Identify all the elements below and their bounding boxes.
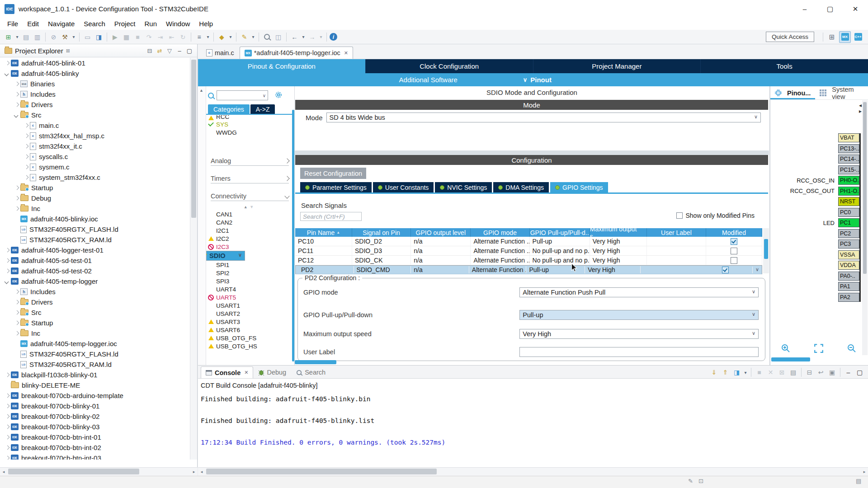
show-on-output-icon[interactable]: ⇑: [720, 367, 731, 378]
column-header-modified[interactable]: Modified: [706, 228, 762, 237]
minimize-view-icon[interactable]: –: [175, 46, 184, 55]
open-console-icon[interactable]: ◨: [731, 367, 742, 378]
link-with-editor-icon[interactable]: ⇄: [155, 46, 165, 55]
writable-indicator-icon[interactable]: ✎: [688, 478, 693, 484]
scroll-right-icon[interactable]: ▸: [861, 468, 868, 475]
explorer-vertical-scrollbar[interactable]: [190, 58, 197, 460]
tree-item-adafruit-f405-blinky[interactable]: IDEadafruit-f405-blinky: [0, 68, 190, 79]
gear-icon[interactable]: [274, 91, 283, 100]
tree-item-breakout-f070cb-blinky-02[interactable]: IDEbreakout-f070cb-blinky-02: [0, 411, 190, 422]
tree-item-inc[interactable]: Inc: [0, 203, 190, 214]
peripheral-search-input[interactable]: ∨: [217, 90, 268, 100]
explorer-horizontal-scrollbar[interactable]: ◂ ▸: [0, 467, 198, 476]
notification-tray-icon[interactable]: ▤: [856, 478, 861, 484]
category-analog[interactable]: Analog: [211, 156, 289, 166]
tree-item-drivers[interactable]: Drivers: [0, 99, 190, 110]
tree-item-startup[interactable]: Startup: [0, 183, 190, 193]
pin-console-icon[interactable]: ▣: [827, 367, 837, 378]
explorer-hscroll-thumb[interactable]: [8, 469, 139, 474]
peripheral-item-usart3[interactable]: USART3: [206, 318, 292, 326]
mode-select[interactable]: SD 4 bits Wide bus: [326, 113, 761, 122]
collapsed-arrow-icon[interactable]: [5, 404, 9, 408]
save-icon[interactable]: ▤: [21, 32, 31, 42]
collapsed-arrow-icon[interactable]: [14, 331, 19, 336]
progress-monitor-icon[interactable]: ⊡: [698, 478, 703, 484]
menu-project[interactable]: Project: [110, 19, 140, 29]
build-icon[interactable]: ⚒: [60, 32, 70, 42]
peripheral-tab-a-z[interactable]: A->Z: [250, 104, 275, 114]
gpio-mode-select[interactable]: Alternate Function Push Pull: [519, 287, 759, 297]
peripheral-item-spi1[interactable]: SPI1: [206, 261, 292, 269]
peripheral-item-uart4[interactable]: UART4: [206, 285, 292, 293]
back-caret[interactable]: ▾: [301, 32, 306, 42]
peripheral-item-usart6[interactable]: USART6: [206, 326, 292, 334]
collapsed-arrow-icon[interactable]: [14, 82, 19, 86]
remove-all-launches-icon[interactable]: ⊠: [777, 367, 787, 378]
device-configuration-perspective-icon[interactable]: MX: [839, 31, 851, 43]
pin-vbat[interactable]: VBAT: [838, 133, 859, 142]
tree-item-main-c[interactable]: cmain.c: [0, 120, 190, 131]
settings-tab-gpio-settings[interactable]: GPIO Settings: [550, 182, 608, 192]
settings-tab-user-constants[interactable]: User Constants: [373, 182, 434, 192]
console-horizontal-scrollbar[interactable]: ◂ ▸: [198, 467, 868, 476]
gpio-pull-up-pull-down-select[interactable]: Pull-up: [519, 310, 759, 320]
column-header-user-label[interactable]: User Label: [647, 228, 706, 237]
pin-pa1[interactable]: PA1: [838, 282, 859, 291]
close-icon[interactable]: ✕: [244, 370, 248, 375]
peripheral-item-wwdg[interactable]: WWDG: [206, 128, 292, 136]
tree-item-stm32f405rgtx-ram-ld[interactable]: LDSTM32F405RGTX_RAM.ld: [0, 235, 190, 245]
modified-checkbox[interactable]: [722, 267, 729, 273]
pin-vssa[interactable]: VSSA: [838, 250, 859, 259]
settings-tab-parameter-settings[interactable]: Parameter Settings: [300, 182, 372, 192]
pin-ph0-o[interactable]: PH0-O..: [838, 176, 859, 185]
show-modified-pins-checkbox[interactable]: [676, 212, 683, 219]
peripheral-item-usart1[interactable]: USART1: [206, 301, 292, 310]
console-caret[interactable]: ▾: [743, 367, 748, 378]
table-row-pc12[interactable]: PC12SDIO_CKn/aAlternate Function ...No p…: [295, 256, 762, 265]
open-perspective-icon[interactable]: ⊞: [826, 32, 837, 42]
column-header-signal-on-pin[interactable]: Signal on Pin: [352, 228, 411, 237]
console-hscroll-thumb[interactable]: [206, 469, 437, 474]
column-header-gpio-mode[interactable]: GPIO mode: [471, 228, 529, 237]
peripheral-item-rcc[interactable]: RCC: [206, 115, 292, 120]
modified-checkbox[interactable]: [731, 238, 737, 245]
collapsed-arrow-icon[interactable]: [5, 456, 9, 460]
mark-occurrences-icon[interactable]: ◫: [273, 32, 283, 42]
word-wrap-icon[interactable]: ↩: [816, 367, 826, 378]
collapsed-arrow-icon[interactable]: [5, 435, 9, 440]
tree-item-adafruit-f405-logger-test-01[interactable]: IDEadafruit-f405-logger-test-01: [0, 245, 190, 255]
pin-pc1[interactable]: PC1: [838, 218, 859, 227]
tree-item-stm32f405rgtx-flash-ld[interactable]: LDSTM32F405RGTX_FLASH.ld: [0, 349, 190, 359]
peripheral-item-usart2[interactable]: USART2: [206, 310, 292, 318]
tree-item-binaries[interactable]: 010Binaries: [0, 79, 190, 89]
pin-nrst[interactable]: NRST: [838, 197, 859, 206]
tree-item-stm32f4xx-it-c[interactable]: cstm32f4xx_it.c: [0, 141, 190, 151]
scroll-right-icon[interactable]: ▸: [190, 468, 198, 475]
pin-pc15[interactable]: PC15-..: [838, 165, 859, 174]
pin-vdda[interactable]: VDDA: [838, 261, 859, 270]
column-header-gpio-output-level[interactable]: GPIO output level: [411, 228, 471, 237]
peripheral-item-can2[interactable]: CAN2: [206, 218, 292, 226]
collapsed-arrow-icon[interactable]: [24, 144, 28, 149]
close-button[interactable]: ✕: [843, 0, 868, 18]
tree-item-src[interactable]: Src: [0, 307, 190, 318]
zoom-in-icon[interactable]: [780, 343, 791, 353]
collapsed-arrow-icon[interactable]: [24, 123, 28, 128]
minimize-view-icon[interactable]: –: [843, 367, 854, 378]
menu-help[interactable]: Help: [194, 19, 217, 29]
tree-item-inc[interactable]: Inc: [0, 328, 190, 338]
terminate-icon[interactable]: ■: [132, 32, 143, 42]
tab-pinout-configuration[interactable]: Pinout & Configuration: [198, 59, 365, 73]
tree-item-stm32f405rgtx-ram-ld[interactable]: LDSTM32F405RGTX_RAM.ld: [0, 359, 190, 370]
pinout-scrollbar-thumb[interactable]: [863, 102, 867, 274]
collapsed-arrow-icon[interactable]: [24, 155, 28, 159]
maximize-view-icon[interactable]: ▢: [854, 367, 865, 378]
tree-item-breakout-f070cb-blinky-03[interactable]: IDEbreakout-f070cb-blinky-03: [0, 422, 190, 432]
category-timers[interactable]: Timers: [211, 174, 289, 183]
save-all-icon[interactable]: ▥: [32, 32, 42, 42]
tree-item-breakout-f070cb-btn-int-01[interactable]: IDEbreakout-f070cb-btn-int-01: [0, 432, 190, 442]
external-tools-caret[interactable]: ▾: [250, 32, 256, 42]
tree-item-syscalls-c[interactable]: csyscalls.c: [0, 151, 190, 162]
table-vertical-scrollbar[interactable]: [763, 228, 769, 273]
menu-file[interactable]: File: [3, 19, 23, 29]
